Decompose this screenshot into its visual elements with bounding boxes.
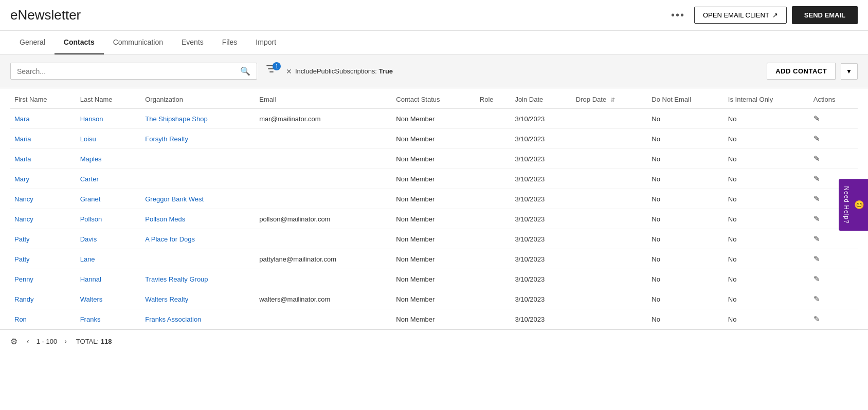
cell-last-name[interactable]: Granet [76, 189, 141, 209]
cell-last-name[interactable]: Hanson [76, 109, 141, 129]
cell-last-name[interactable]: Carter [76, 169, 141, 189]
contacts-table: First Name Last Name Organization Email … [10, 88, 858, 329]
total-label: TOTAL: 118 [76, 338, 112, 345]
next-page-button[interactable]: › [61, 336, 70, 346]
cell-organization[interactable]: Pollson Meds [141, 209, 255, 229]
cell-last-name[interactable]: Hannal [76, 269, 141, 289]
edit-icon[interactable]: ✎ [813, 214, 820, 223]
cell-last-name[interactable]: Pollson [76, 209, 141, 229]
col-join-date: Join Date [511, 88, 571, 109]
cell-join-date: 3/10/2023 [511, 129, 571, 149]
col-last-name: Last Name [76, 88, 141, 109]
edit-icon[interactable]: ✎ [813, 194, 820, 203]
cell-last-name[interactable]: Franks [76, 309, 141, 329]
cell-organization[interactable] [141, 169, 255, 189]
cell-do-not-email: No [647, 289, 724, 309]
open-email-client-button[interactable]: OPEN EMAIL CLIENT ↗ [694, 7, 787, 24]
edit-icon[interactable]: ✎ [813, 134, 820, 143]
cell-last-name[interactable]: Walters [76, 289, 141, 309]
need-help-sidebar[interactable]: 😊 Need Help? [839, 179, 868, 231]
add-contact-button[interactable]: ADD CONTACT [767, 63, 836, 80]
edit-icon[interactable]: ✎ [813, 234, 820, 243]
app-title: eNewsletter [10, 7, 667, 23]
cell-join-date: 3/10/2023 [511, 189, 571, 209]
cell-last-name[interactable]: Davis [76, 229, 141, 249]
cell-actions[interactable]: ✎ [809, 229, 858, 249]
tab-import[interactable]: Import [246, 31, 285, 54]
app-header: eNewsletter ••• OPEN EMAIL CLIENT ↗ SEND… [0, 0, 868, 31]
tab-communication[interactable]: Communication [104, 31, 172, 54]
cell-is-internal-only: No [724, 249, 809, 269]
cell-first-name[interactable]: Mary [10, 169, 76, 189]
cell-do-not-email: No [647, 149, 724, 169]
filter-badge: 1 [273, 62, 281, 70]
cell-email [255, 169, 392, 189]
cell-organization[interactable]: A Place for Dogs [141, 229, 255, 249]
cell-email: walters@mailinator.com [255, 289, 392, 309]
table-row: Maria Loisu Forsyth Realty Non Member 3/… [10, 129, 858, 149]
col-email: Email [255, 88, 392, 109]
cell-first-name[interactable]: Mara [10, 109, 76, 129]
cell-organization[interactable]: Walters Realty [141, 289, 255, 309]
edit-icon[interactable]: ✎ [813, 254, 820, 263]
cell-actions[interactable]: ✎ [809, 109, 858, 129]
tab-files[interactable]: Files [213, 31, 247, 54]
cell-organization[interactable]: The Shipshape Shop [141, 109, 255, 129]
send-email-button[interactable]: SEND EMAIL [792, 6, 858, 24]
cell-first-name[interactable]: Patty [10, 229, 76, 249]
settings-icon[interactable]: ⚙ [10, 337, 17, 346]
edit-icon[interactable]: ✎ [813, 154, 820, 163]
cell-organization[interactable]: Forsyth Realty [141, 129, 255, 149]
cell-first-name[interactable]: Nancy [10, 189, 76, 209]
tab-general[interactable]: General [10, 31, 55, 54]
cell-last-name[interactable]: Maples [76, 149, 141, 169]
cell-first-name[interactable]: Randy [10, 289, 76, 309]
cell-actions[interactable]: ✎ [809, 129, 858, 149]
cell-do-not-email: No [647, 129, 724, 149]
cell-role [476, 229, 511, 249]
cell-role [476, 149, 511, 169]
prev-page-button[interactable]: ‹ [24, 336, 32, 346]
cell-first-name[interactable]: Maria [10, 129, 76, 149]
search-box: 🔍 [10, 63, 257, 80]
filter-tag-close[interactable]: ✕ [286, 67, 292, 76]
cell-last-name[interactable]: Lane [76, 249, 141, 269]
cell-actions[interactable]: ✎ [809, 269, 858, 289]
cell-email [255, 229, 392, 249]
filter-button[interactable]: 1 [262, 63, 281, 79]
add-contact-dropdown-button[interactable]: ▼ [841, 63, 858, 80]
cell-actions[interactable]: ✎ [809, 149, 858, 169]
search-icon[interactable]: 🔍 [240, 66, 250, 76]
cell-actions[interactable]: ✎ [809, 309, 858, 329]
tab-events[interactable]: Events [172, 31, 213, 54]
cell-first-name[interactable]: Marla [10, 149, 76, 169]
cell-organization[interactable] [141, 149, 255, 169]
cell-do-not-email: No [647, 229, 724, 249]
table-row: Patty Lane pattylane@mailinator.com Non … [10, 249, 858, 269]
col-drop-date[interactable]: Drop Date ⇵ [572, 88, 647, 109]
cell-drop-date [572, 189, 647, 209]
more-options-button[interactable]: ••• [667, 7, 689, 23]
edit-icon[interactable]: ✎ [813, 114, 820, 123]
edit-icon[interactable]: ✎ [813, 274, 820, 283]
cell-first-name[interactable]: Patty [10, 249, 76, 269]
cell-join-date: 3/10/2023 [511, 229, 571, 249]
cell-drop-date [572, 289, 647, 309]
cell-last-name[interactable]: Loisu [76, 129, 141, 149]
cell-actions[interactable]: ✎ [809, 289, 858, 309]
edit-icon[interactable]: ✎ [813, 314, 820, 323]
cell-actions[interactable]: ✎ [809, 249, 858, 269]
cell-organization[interactable]: Travies Realty Group [141, 269, 255, 289]
cell-status: Non Member [392, 269, 476, 289]
edit-icon[interactable]: ✎ [813, 294, 820, 303]
search-input[interactable] [17, 67, 240, 76]
cell-first-name[interactable]: Penny [10, 269, 76, 289]
cell-organization[interactable]: Greggor Bank West [141, 189, 255, 209]
cell-organization[interactable]: Franks Association [141, 309, 255, 329]
cell-first-name[interactable]: Ron [10, 309, 76, 329]
cell-role [476, 309, 511, 329]
cell-organization[interactable] [141, 249, 255, 269]
cell-first-name[interactable]: Nancy [10, 209, 76, 229]
tab-contacts[interactable]: Contacts [55, 31, 104, 54]
edit-icon[interactable]: ✎ [813, 174, 820, 183]
